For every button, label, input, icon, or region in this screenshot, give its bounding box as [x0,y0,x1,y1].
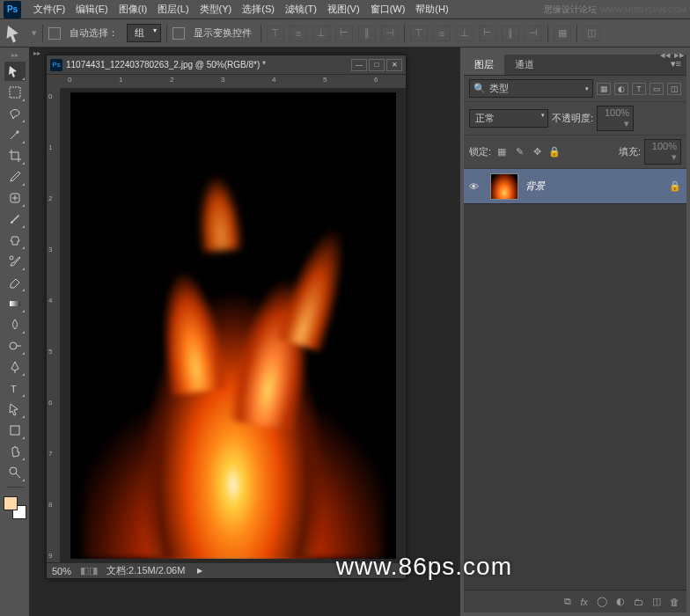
eyedropper-tool[interactable] [4,167,26,187]
visibility-toggle-icon[interactable]: 👁 [469,181,483,192]
pen-tool[interactable] [4,357,26,377]
menu-help[interactable]: 帮助(H) [410,1,453,18]
lock-position-icon[interactable]: ✥ [530,146,544,158]
menu-window[interactable]: 窗口(W) [365,1,411,18]
delete-layer-icon[interactable]: 🗑 [670,597,679,607]
filter-smart-icon[interactable]: ◫ [667,83,681,95]
clone-stamp-tool[interactable] [4,231,26,250]
lasso-tool[interactable] [4,104,26,123]
zoom-tool[interactable] [4,463,26,482]
blend-mode-dropdown[interactable]: 正常 [469,109,548,128]
align-vcenter-icon[interactable]: ≡ [290,26,307,41]
adjustment-layer-icon[interactable]: ◐ [616,596,625,607]
layer-item-background[interactable]: 👁 背景 🔒 [464,169,686,204]
align-top-icon[interactable]: ⊤ [267,26,284,41]
hand-tool[interactable] [4,442,26,461]
marquee-tool[interactable] [4,83,26,102]
align-left-icon[interactable]: ⊢ [335,26,353,41]
filter-pixel-icon[interactable]: ▦ [597,83,611,95]
layer-thumbnail[interactable] [490,173,518,200]
menu-edit[interactable]: 编辑(E) [70,1,114,18]
fill-field[interactable]: 100% ▾ [644,139,681,165]
dist-vcenter-icon[interactable]: ≡ [433,26,451,41]
3d-mode-icon[interactable]: ◫ [583,26,600,41]
minimize-button[interactable]: — [351,59,367,71]
lock-transparency-icon[interactable]: ▦ [495,146,509,158]
dist-hcenter-icon[interactable]: ∥ [502,26,519,41]
magic-wand-tool[interactable] [4,125,26,144]
path-selection-tool[interactable] [4,400,26,419]
status-preview-icon[interactable]: ◧◨ [80,565,98,576]
tab-layers[interactable]: 图层 [464,55,504,75]
document-info[interactable]: 文档:2.15M/2.06M [106,564,185,577]
ruler-vertical[interactable]: 0 1 2 3 4 5 6 7 8 9 [47,89,61,562]
svg-text:T: T [11,384,17,394]
canvas[interactable] [70,92,396,559]
auto-select-dropdown[interactable]: 组 [127,24,161,42]
new-layer-icon[interactable]: ◫ [652,596,661,607]
move-tool-indicator [5,24,26,43]
menu-filter[interactable]: 滤镜(T) [280,1,322,18]
history-brush-tool[interactable] [4,252,26,271]
panel-collapse-icons[interactable]: ◂◂▸▸ [660,49,685,61]
brush-tool[interactable] [4,209,26,229]
link-layers-icon[interactable]: ⧉ [564,596,571,607]
healing-brush-tool[interactable] [4,188,26,208]
filter-adjust-icon[interactable]: ◐ [614,83,628,95]
auto-select-checkbox[interactable] [48,27,61,40]
ruler-tick: 6 [48,399,52,407]
layer-mask-icon[interactable]: ◯ [597,596,607,607]
shape-tool[interactable] [4,421,26,440]
doc-grip-icon[interactable]: ▸▸ [33,49,40,57]
show-transform-checkbox[interactable] [172,27,185,40]
move-tool[interactable] [4,62,26,81]
maximize-button[interactable]: □ [369,59,385,71]
document-titlebar[interactable]: Ps 11074431_122403780263_2.jpg @ 50%(RGB… [47,55,406,75]
dodge-tool[interactable] [4,336,26,356]
type-tool[interactable]: T [4,378,26,398]
brand-url: WWW.MISSYUAN.COM [600,5,686,14]
ruler-tick: 0 [68,76,71,84]
dist-bottom-icon[interactable]: ⊥ [456,26,473,41]
menu-image[interactable]: 图像(I) [114,1,152,18]
group-icon[interactable]: 🗀 [634,597,643,607]
status-flyout-icon[interactable]: ▶ [197,567,202,575]
ruler-horizontal[interactable]: 0 1 2 3 4 5 6 [61,75,406,89]
panels-dock: ◂◂▸▸ 图层 通道 ▾≡ 🔍类型▾ ▦ ◐ T ▭ ◫ 正常 不透明度: 10… [459,48,690,616]
toolbox-grip-icon[interactable]: ▸▸ [11,51,18,59]
align-hcenter-icon[interactable]: ∥ [358,26,376,41]
gradient-tool[interactable] [4,294,26,313]
close-button[interactable]: ✕ [386,59,402,71]
lock-all-icon[interactable]: 🔒 [547,146,562,158]
filter-type-icon[interactable]: T [632,83,646,95]
tab-channels[interactable]: 通道 [504,55,545,75]
dist-right-icon[interactable]: ⊣ [525,26,542,41]
dist-left-icon[interactable]: ⊢ [479,26,496,41]
blur-tool[interactable] [4,315,26,334]
menu-file[interactable]: 文件(F) [28,1,70,18]
crop-tool[interactable] [4,146,26,165]
canvas-viewport[interactable] [61,89,406,562]
opacity-field[interactable]: 100% ▾ [597,106,634,131]
foreground-color[interactable] [4,496,18,510]
menu-type[interactable]: 类型(Y) [195,1,238,18]
dist-top-icon[interactable]: ⊤ [410,26,428,41]
menu-select[interactable]: 选择(S) [237,1,280,18]
color-swatches[interactable] [4,496,26,519]
align-right-icon[interactable]: ⊣ [381,26,399,41]
zoom-level[interactable]: 50% [52,566,71,576]
align-bottom-icon[interactable]: ⊥ [312,26,330,41]
eraser-tool[interactable] [4,273,26,292]
filter-shape-icon[interactable]: ▭ [650,83,664,95]
menu-view[interactable]: 视图(V) [322,1,365,18]
layer-filter-row: 🔍类型▾ ▦ ◐ T ▭ ◫ [464,76,686,102]
filter-type-dropdown[interactable]: 🔍类型▾ [469,79,593,98]
blend-opacity-row: 正常 不透明度: 100% ▾ [464,102,686,136]
layer-style-icon[interactable]: fx [580,597,588,607]
auto-align-icon[interactable]: ▦ [554,26,571,41]
lock-pixels-icon[interactable]: ✎ [512,146,526,158]
menu-layer[interactable]: 图层(L) [152,1,194,18]
layer-list: 👁 背景 🔒 [464,169,686,590]
layer-name[interactable]: 背景 [525,180,662,193]
layer-lock-icon: 🔒 [669,180,681,192]
